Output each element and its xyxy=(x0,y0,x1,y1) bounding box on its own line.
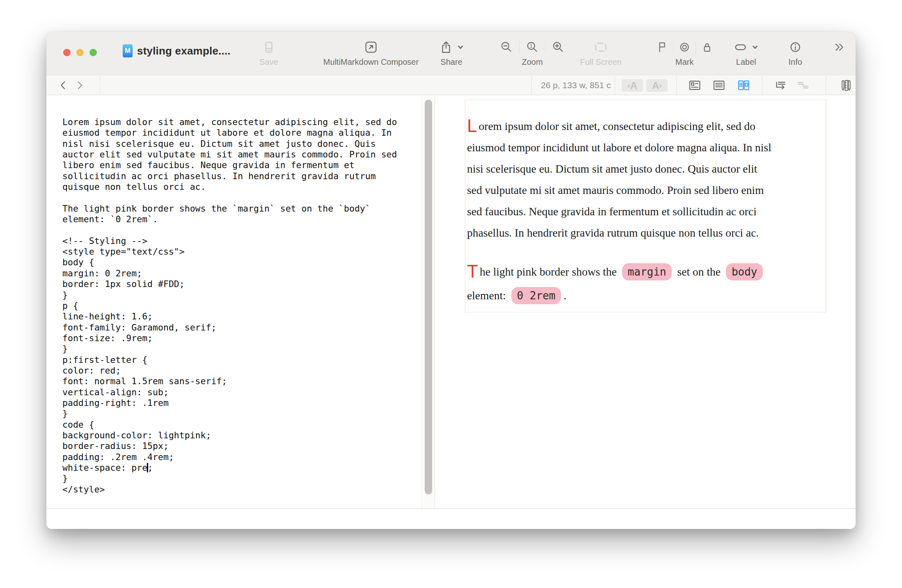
content-area: Lorem ipsum dolor sit amet, consectetur … xyxy=(46,96,856,508)
editor-line: p { xyxy=(62,301,412,311)
window-title-group: M styling example.... xyxy=(123,44,231,57)
titlebar: M styling example.... Save Mult xyxy=(46,32,856,75)
editor-line: nisl nisi scelerisque eu. Dictum sit ame… xyxy=(62,139,412,149)
inline-code-badge: body xyxy=(726,263,763,280)
zoom-actual-size-icon[interactable]: 1 xyxy=(525,40,539,54)
divider xyxy=(826,76,826,95)
divider xyxy=(615,76,615,95)
label-capsule-icon xyxy=(733,40,748,55)
lock-icon[interactable] xyxy=(701,41,714,54)
editor-line: margin: 0 2rem; xyxy=(62,268,412,279)
editor-line: libero enim sed faucibus. Neque gravida … xyxy=(62,160,412,171)
divider xyxy=(762,76,762,95)
preview-paragraph-1: Lorem ipsum dolor sit amet, consectetur … xyxy=(467,116,825,244)
preview-paragraph-2: The light pink border shows the margin s… xyxy=(467,260,825,308)
editor-line: code { xyxy=(62,419,412,430)
preview-body-border: Lorem ipsum dolor sit amet, consectetur … xyxy=(465,100,826,312)
flag-icon[interactable] xyxy=(655,41,668,54)
editor-line: body { xyxy=(62,257,412,268)
editor-line: line-height: 1.6; xyxy=(62,311,412,322)
info-button[interactable]: Info xyxy=(779,38,812,67)
merge-sections-icon[interactable] xyxy=(796,78,810,92)
editor-line: font-size: .9rem; xyxy=(62,333,412,344)
chevron-down-icon xyxy=(457,43,464,51)
editor-line: } xyxy=(62,290,412,301)
increase-font-size-button[interactable]: A› xyxy=(646,79,668,92)
share-icon xyxy=(439,40,453,55)
editor-line: white-space: pre; xyxy=(62,463,412,473)
footer-bar xyxy=(46,508,856,529)
save-icon xyxy=(262,40,276,54)
forward-icon[interactable] xyxy=(74,80,85,91)
svg-text:1: 1 xyxy=(530,43,533,49)
editor-line xyxy=(62,192,412,203)
open-in-composer-icon xyxy=(364,40,378,55)
preview-pane[interactable]: Lorem ipsum dolor sit amet, consectetur … xyxy=(435,96,856,508)
app-window: M styling example.... Save Mult xyxy=(46,32,856,529)
divider xyxy=(545,41,545,54)
editor-line: padding: .2rem .4rem; xyxy=(62,452,412,463)
target-icon[interactable] xyxy=(678,41,691,54)
chevron-left-glyph: ‹ xyxy=(627,81,630,90)
divider xyxy=(676,76,677,95)
back-icon[interactable] xyxy=(57,80,69,91)
chevron-right-glyph: › xyxy=(659,81,662,90)
fullscreen-button[interactable]: Full Screen xyxy=(572,38,630,67)
minimize-button[interactable] xyxy=(76,49,84,56)
close-button[interactable] xyxy=(63,49,71,56)
info-icon xyxy=(788,40,802,54)
document-stats: 26 p, 133 w, 851 c xyxy=(541,76,611,95)
window-title: styling example.... xyxy=(137,45,231,57)
composer-button[interactable]: MultiMarkdown Composer xyxy=(318,38,424,67)
document-proxy-icon: M xyxy=(123,44,133,57)
editor-line: vertical-align: sub; xyxy=(62,387,412,398)
editor-line: <style type="text/css"> xyxy=(62,246,412,257)
editor-line: } xyxy=(62,473,412,484)
zoom-in-icon[interactable] xyxy=(551,40,565,54)
editor-line: } xyxy=(62,408,412,419)
editor-pane: Lorem ipsum dolor sit amet, consectetur … xyxy=(46,96,421,508)
double-chevron-right-icon xyxy=(832,40,846,54)
editor-line: auctor elit sed vulputate mi sit amet ma… xyxy=(62,149,412,160)
editor-line: } xyxy=(62,344,412,354)
format-inspector-icon[interactable] xyxy=(838,78,853,93)
view-preview-only-icon[interactable] xyxy=(712,78,726,92)
chevron-down-icon xyxy=(751,43,759,51)
share-button[interactable]: Share xyxy=(423,38,480,67)
save-button[interactable]: Save xyxy=(248,38,289,67)
editor-line: Lorem ipsum dolor sit amet, consectetur … xyxy=(62,117,412,128)
divider xyxy=(531,76,532,95)
divider xyxy=(100,76,100,95)
editor-line: eiusmod tempor incididunt ut labore et d… xyxy=(62,128,412,138)
mark-group: Mark xyxy=(652,38,717,67)
editor-line: sollicitudin ac orci phasellus. In hendr… xyxy=(62,171,412,182)
divider xyxy=(696,41,696,54)
view-split-icon[interactable] xyxy=(737,78,751,92)
editor-line xyxy=(62,225,412,235)
editor-line: border: 1px solid #FDD; xyxy=(62,279,412,289)
secondary-toolbar: 26 p, 133 w, 851 c ‹A A› xyxy=(46,76,856,95)
editor-line: color: red; xyxy=(62,365,412,376)
divider xyxy=(519,41,520,54)
editor-line: </style> xyxy=(62,484,412,495)
view-editor-only-icon[interactable] xyxy=(688,78,702,92)
editor-line: background-color: lightpink; xyxy=(62,430,412,441)
zoom-window-button[interactable] xyxy=(89,49,97,56)
zoom-out-icon[interactable] xyxy=(499,40,513,54)
more-toolbar-items-button[interactable] xyxy=(827,38,852,57)
editor-scrollbar-track[interactable] xyxy=(421,96,435,508)
divider xyxy=(673,41,673,54)
decrease-font-size-button[interactable]: ‹A xyxy=(622,79,643,92)
fullscreen-icon xyxy=(593,40,608,55)
label-button[interactable]: Label xyxy=(723,38,769,67)
editor-line: font-family: Garamond, serif; xyxy=(62,322,412,333)
editor-line: <!-- Styling --> xyxy=(62,236,412,246)
editor-line: The light pink border shows the `margin`… xyxy=(62,203,412,214)
editor-scrollbar-thumb[interactable] xyxy=(425,100,432,495)
editor-text[interactable]: Lorem ipsum dolor sit amet, consectetur … xyxy=(62,117,412,495)
editor-line: border-radius: 15px; xyxy=(62,441,412,451)
editor-line: padding-right: .1rem xyxy=(62,398,412,408)
move-line-icon[interactable] xyxy=(774,78,788,92)
zoom-group: 1 Zoom xyxy=(497,38,567,67)
editor-line: font: normal 1.5rem sans-serif; xyxy=(62,376,412,387)
